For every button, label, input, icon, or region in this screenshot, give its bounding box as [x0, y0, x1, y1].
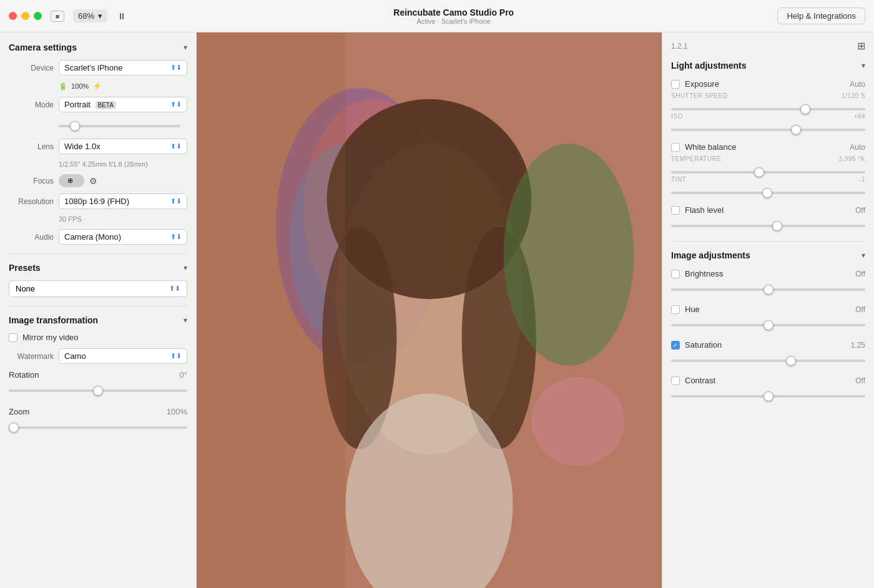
- pause-button[interactable]: ⏸: [114, 10, 130, 22]
- zoom-slider[interactable]: [9, 426, 187, 429]
- watermark-select[interactable]: Camo ⬆⬇: [59, 348, 187, 364]
- lens-value: Wide 1.0x: [64, 142, 101, 151]
- device-label: Device: [9, 64, 54, 72]
- contrast-item: Contrast Off: [671, 376, 865, 403]
- camera-settings-chevron-icon[interactable]: ▾: [184, 43, 187, 52]
- maximize-button[interactable]: [34, 12, 42, 20]
- contrast-label: Contrast: [685, 376, 715, 385]
- white-balance-item: White balance Auto TEMPERATURE 3,995 °K …: [671, 142, 865, 197]
- presets-select[interactable]: None ⬆⬇: [9, 280, 187, 297]
- video-area: [197, 32, 662, 588]
- flash-level-label: Flash level: [685, 205, 724, 215]
- exposure-checkbox[interactable]: [671, 80, 680, 89]
- light-adjustments-chevron-icon[interactable]: ▾: [862, 61, 865, 70]
- focus-toggle-button[interactable]: ⊕: [59, 174, 84, 187]
- iso-slider[interactable]: [671, 129, 865, 131]
- presets-value: None: [16, 284, 35, 293]
- camera-settings-title: Camera settings: [9, 42, 77, 52]
- zoom-control[interactable]: 68% ▾: [73, 9, 107, 22]
- close-button[interactable]: [9, 12, 17, 20]
- contrast-checkbox[interactable]: [671, 376, 680, 385]
- version-row: 1.2.1 ⊞: [671, 40, 865, 52]
- white-balance-header: White balance Auto: [671, 142, 865, 152]
- brightness-label: Brightness: [685, 269, 723, 278]
- minimize-button[interactable]: [21, 12, 29, 20]
- watermark-select-arrows-icon: ⬆⬇: [170, 352, 182, 360]
- transform-header: Image transformation ▾: [9, 315, 187, 325]
- image-adjustments-title: Image adjustments: [671, 250, 750, 260]
- watermark-label: Watermark: [9, 352, 54, 361]
- audio-row: Audio Camera (Mono) ⬆⬇: [9, 229, 187, 245]
- camera-settings-header: Camera settings ▾: [9, 42, 187, 52]
- contrast-value: Off: [855, 376, 865, 385]
- brightness-item: Brightness Off: [671, 269, 865, 296]
- presets-chevron-icon[interactable]: ▾: [184, 263, 187, 272]
- contrast-slider[interactable]: [671, 395, 865, 398]
- rotation-slider[interactable]: [9, 390, 187, 392]
- lens-row: Lens Wide 1.0x ⬆⬇: [9, 139, 187, 154]
- tint-slider[interactable]: [671, 192, 865, 194]
- titlebar-center: Reincubate Camo Studio Pro Active · Scar…: [130, 7, 777, 25]
- layout-icon[interactable]: ⊞: [857, 40, 865, 52]
- transform-title: Image transformation: [9, 315, 98, 325]
- left-sidebar: Camera settings ▾ Device Scarlet's iPhon…: [0, 32, 197, 588]
- exposure-value: Auto: [850, 80, 865, 89]
- zoom-row: Zoom 100%: [9, 407, 187, 416]
- saturation-checkbox[interactable]: [671, 341, 680, 350]
- shutter-speed-value: 1/120 s: [842, 92, 865, 99]
- focus-row: Focus ⊕ ⚙: [9, 174, 187, 187]
- image-adjustments-chevron-icon[interactable]: ▾: [862, 251, 865, 260]
- hue-slider[interactable]: [671, 324, 865, 326]
- resolution-row: Resolution 1080p 16:9 (FHD) ⬆⬇: [9, 194, 187, 209]
- saturation-label: Saturation: [685, 340, 722, 350]
- contrast-left: Contrast: [671, 376, 715, 385]
- resolution-select[interactable]: 1080p 16:9 (FHD) ⬆⬇: [59, 194, 187, 209]
- mode-slider[interactable]: [59, 125, 180, 127]
- battery-icon: 🔋: [59, 82, 67, 91]
- mirror-checkbox[interactable]: [9, 333, 17, 342]
- tint-group: TINT -1: [671, 176, 865, 197]
- temperature-slider[interactable]: [671, 171, 865, 174]
- zoom-label: Zoom: [9, 407, 29, 416]
- watermark-row: Watermark Camo ⬆⬇: [9, 348, 187, 364]
- usb-icon: ⚡: [92, 82, 102, 91]
- flash-level-left: Flash level: [671, 205, 724, 215]
- light-adjustments-title: Light adjustments: [671, 61, 747, 71]
- iso-value: +84: [854, 113, 865, 120]
- help-integrations-button[interactable]: Help & Integrations: [777, 7, 865, 24]
- flash-level-slider[interactable]: [671, 225, 865, 227]
- sidebar-toggle-button[interactable]: ■: [51, 11, 64, 22]
- brightness-slider[interactable]: [671, 288, 865, 291]
- hue-checkbox[interactable]: [671, 305, 680, 314]
- transform-chevron-icon[interactable]: ▾: [184, 316, 187, 325]
- contrast-header: Contrast Off: [671, 376, 865, 385]
- hue-left: Hue: [671, 305, 700, 314]
- saturation-slider[interactable]: [671, 360, 865, 362]
- lens-label: Lens: [9, 142, 54, 151]
- hue-header: Hue Off: [671, 305, 865, 314]
- shutter-speed-slider[interactable]: [671, 108, 865, 110]
- beta-badge: BETA: [96, 101, 116, 109]
- video-preview: [197, 32, 662, 588]
- image-adjustments-header: Image adjustments ▾: [671, 250, 865, 260]
- flash-level-checkbox[interactable]: [671, 206, 680, 215]
- temperature-group: TEMPERATURE 3,995 °K: [671, 155, 865, 176]
- brightness-checkbox[interactable]: [671, 270, 680, 278]
- audio-select[interactable]: Camera (Mono) ⬆⬇: [59, 229, 187, 245]
- lens-select[interactable]: Wide 1.0x ⬆⬇: [59, 139, 187, 154]
- presets-header: Presets ▾: [9, 263, 187, 273]
- right-sidebar: 1.2.1 ⊞ Light adjustments ▾ Exposure Aut…: [662, 32, 874, 588]
- mirror-row: Mirror my video: [9, 333, 187, 342]
- device-select[interactable]: Scarlet's iPhone ⬆⬇: [59, 60, 187, 76]
- main-layout: Camera settings ▾ Device Scarlet's iPhon…: [0, 32, 874, 588]
- mode-value: Portrait BETA: [64, 100, 116, 109]
- brightness-header: Brightness Off: [671, 269, 865, 278]
- app-title: Reincubate Camo Studio Pro: [130, 7, 777, 17]
- exposure-item: Exposure Auto SHUTTER SPEED 1/120 s ISO …: [671, 79, 865, 134]
- white-balance-checkbox[interactable]: [671, 143, 680, 152]
- flash-level-item: Flash level Off: [671, 205, 865, 232]
- shutter-speed-group: SHUTTER SPEED 1/120 s: [671, 92, 865, 113]
- device-row: Device Scarlet's iPhone ⬆⬇: [9, 60, 187, 76]
- focus-sliders-icon[interactable]: ⚙: [89, 176, 97, 186]
- mode-select[interactable]: Portrait BETA ⬆⬇: [59, 97, 187, 112]
